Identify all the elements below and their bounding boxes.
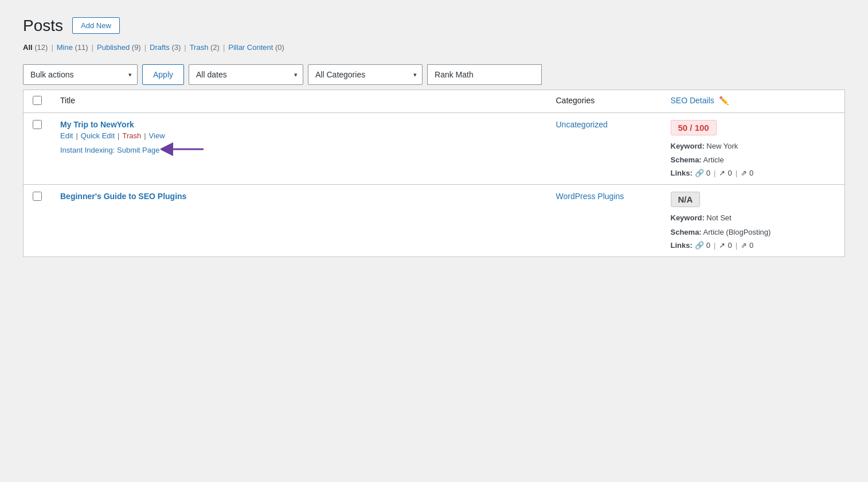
- bulk-actions-select[interactable]: Bulk actions: [23, 64, 138, 85]
- link2-count-1: 0: [728, 241, 732, 250]
- date-filter-select[interactable]: All dates: [189, 64, 303, 85]
- seo-schema-0: Schema: Article: [671, 155, 836, 165]
- seo-links-0: Links: 🔗 0 | ↗ 0 | ⇗ 0: [671, 169, 836, 177]
- row-check-0: [24, 113, 52, 185]
- link-icon-2-0: ↗: [719, 169, 725, 177]
- posts-table-wrap: Title Categories SEO Details ✏️ My Trip …: [23, 90, 845, 257]
- row-check-1: [24, 185, 52, 256]
- toolbar: Bulk actions ▾ Apply All dates ▾ All Cat…: [23, 60, 845, 90]
- category-filter-wrapper: All Categories ▾: [308, 64, 423, 85]
- title-cell-1: Beginner's Guide to SEO Plugins: [51, 185, 547, 256]
- edit-pencil-icon[interactable]: ✏️: [719, 96, 729, 105]
- seo-cell-0: 50 / 100 Keyword: New York Schema: Artic…: [662, 113, 845, 185]
- filter-link-published[interactable]: Published (9): [97, 43, 141, 52]
- seo-cell-1: N/A Keyword: Not Set Schema: Article (Bl…: [662, 185, 845, 256]
- select-all-checkbox[interactable]: [33, 96, 42, 105]
- add-new-button[interactable]: Add New: [72, 17, 120, 34]
- row-actions-2: Instant Indexing: Submit Page: [60, 140, 538, 160]
- filter-link-trash[interactable]: Trash (2): [190, 43, 220, 52]
- filter-separator: |: [92, 43, 93, 52]
- apply-button[interactable]: Apply: [142, 64, 184, 85]
- page-header: Posts Add New: [23, 17, 845, 34]
- seo-column-header: SEO Details ✏️: [662, 90, 845, 113]
- row-checkbox-0[interactable]: [33, 120, 42, 129]
- link3-count-0: 0: [749, 169, 753, 177]
- filter-separator: |: [51, 43, 53, 52]
- link3-count-1: 0: [749, 241, 753, 250]
- action-view[interactable]: View: [149, 131, 165, 140]
- filter-links-bar: All (12)|Mine (11)|Published (9)|Drafts …: [23, 43, 845, 52]
- link1-count-1: 0: [706, 241, 710, 250]
- table-row: My Trip to NewYorkEdit|Quick Edit|Trash|…: [24, 113, 845, 185]
- seo-schema-1: Schema: Article (BlogPosting): [671, 227, 836, 238]
- table-header-row: Title Categories SEO Details ✏️: [24, 90, 845, 113]
- seo-keyword-0: Keyword: New York: [671, 141, 836, 151]
- action-quick-edit[interactable]: Quick Edit: [81, 131, 115, 140]
- action-sep: |: [144, 131, 146, 140]
- links-sep1-1: |: [714, 241, 715, 250]
- filter-separator: |: [223, 43, 225, 52]
- seo-header: SEO Details ✏️: [671, 96, 836, 105]
- table-row: Beginner's Guide to SEO PluginsWordPress…: [24, 185, 845, 256]
- link1-count-0: 0: [706, 169, 710, 177]
- link-icon-1-0: 🔗: [695, 169, 704, 177]
- filter-link-pillar[interactable]: Pillar Content (0): [228, 43, 284, 52]
- title-header-label: Title: [60, 96, 75, 105]
- seo-links-label-0: Links:: [671, 169, 693, 177]
- row-checkbox-1[interactable]: [33, 192, 42, 201]
- link-icon-3-0: ⇗: [741, 169, 747, 177]
- link-icon-1-1: 🔗: [695, 241, 704, 250]
- filter-link-mine[interactable]: Mine (11): [57, 43, 88, 52]
- seo-score-badge-1: N/A: [671, 192, 701, 207]
- categories-column-header: Categories: [547, 90, 662, 113]
- category-link-1[interactable]: WordPress Plugins: [556, 192, 624, 201]
- post-title-link-1[interactable]: Beginner's Guide to SEO Plugins: [60, 192, 538, 201]
- action-edit[interactable]: Edit: [60, 131, 73, 140]
- link2-count-0: 0: [728, 169, 732, 177]
- select-all-th: [24, 90, 52, 113]
- filter-link-all: All (12): [23, 43, 48, 52]
- link-icon-3-1: ⇗: [741, 241, 747, 250]
- arrow-annotation: [161, 140, 206, 160]
- action-sep: |: [118, 131, 119, 140]
- posts-table: Title Categories SEO Details ✏️ My Trip …: [23, 90, 845, 257]
- bulk-actions-wrapper: Bulk actions ▾: [23, 64, 138, 85]
- filter-separator: |: [184, 43, 186, 52]
- filter-separator: |: [144, 43, 146, 52]
- row-actions: Edit|Quick Edit|Trash|View: [60, 131, 538, 140]
- seo-keyword-1: Keyword: Not Set: [671, 213, 836, 223]
- date-filter-wrapper: All dates ▾: [189, 64, 303, 85]
- links-sep1-0: |: [714, 169, 715, 177]
- action-sep: |: [76, 131, 77, 140]
- category-cell-1: WordPress Plugins: [547, 185, 662, 256]
- category-filter-select[interactable]: All Categories: [308, 64, 423, 85]
- links-sep2-0: |: [736, 169, 737, 177]
- seo-links-label-1: Links:: [671, 241, 693, 250]
- links-sep2-1: |: [736, 241, 737, 250]
- action-instant-indexing[interactable]: Instant Indexing: Submit Page: [60, 146, 159, 154]
- category-cell-0: Uncategorized: [547, 113, 662, 185]
- categories-header-label: Categories: [556, 96, 595, 105]
- filter-link-drafts[interactable]: Drafts (3): [150, 43, 181, 52]
- page-title: Posts: [23, 18, 63, 34]
- action-trash[interactable]: Trash: [122, 131, 141, 140]
- category-link-0[interactable]: Uncategorized: [556, 120, 608, 129]
- title-column-header: Title: [51, 90, 547, 113]
- title-cell-0: My Trip to NewYorkEdit|Quick Edit|Trash|…: [51, 113, 547, 185]
- link-icon-2-1: ↗: [719, 241, 725, 250]
- seo-details-link[interactable]: SEO Details: [671, 96, 714, 105]
- rank-math-label: Rank Math: [427, 64, 542, 85]
- post-title-link-0[interactable]: My Trip to NewYork: [60, 120, 538, 129]
- seo-score-badge-0: 50 / 100: [671, 120, 717, 135]
- seo-links-1: Links: 🔗 0 | ↗ 0 | ⇗ 0: [671, 241, 836, 250]
